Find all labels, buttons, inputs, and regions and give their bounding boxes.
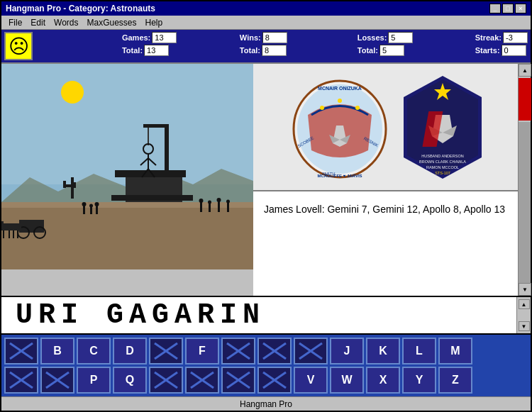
key-l[interactable]: L <box>402 338 436 364</box>
total1-label: Total: <box>122 46 143 55</box>
info-text-content: James Lovell: Gemini 7, Gemini 12, Apoll… <box>264 204 505 215</box>
games-label: Games: <box>122 33 150 42</box>
svg-rect-31 <box>83 206 85 214</box>
svg-rect-21 <box>1 223 21 230</box>
main-window: Hangman Pro - Category: Astronauts _ □ ×… <box>0 0 532 412</box>
word-scroll-down[interactable]: ▼ <box>519 321 530 331</box>
svg-rect-29 <box>63 181 66 188</box>
stats-col3: Losses: 5 Total: 5 <box>358 32 474 56</box>
svg-rect-37 <box>200 202 202 212</box>
menu-edit[interactable]: Edit <box>26 18 50 28</box>
total1-stat: Total: 13 <box>122 45 238 56</box>
stats-col1: Games: 13 Total: 13 <box>122 32 238 56</box>
wins-value: 8 <box>262 32 287 43</box>
key-i[interactable] <box>294 338 328 364</box>
starts-label: Starts: <box>475 46 500 55</box>
key-a[interactable] <box>4 338 38 364</box>
key-e[interactable] <box>149 338 183 364</box>
total2-label: Total: <box>240 46 260 55</box>
minimize-button[interactable]: _ <box>489 4 501 13</box>
key-d[interactable]: D <box>113 338 147 364</box>
svg-point-32 <box>82 202 87 206</box>
key-u[interactable] <box>257 367 292 394</box>
keyboard-row-1: BCD F JKLM <box>4 338 528 364</box>
svg-point-44 <box>226 200 230 204</box>
keyboard-row-2: PQ VWXYZ <box>4 367 528 394</box>
status-text: Hangman Pro <box>240 399 292 409</box>
menu-maxguesses[interactable]: MaxGuesses <box>82 18 140 28</box>
key-g[interactable] <box>221 338 255 364</box>
stats-bar: Games: 13 Total: 13 Wins: 8 Total: 8 Los… <box>1 30 531 62</box>
astronaut-info: James Lovell: Gemini 7, Gemini 12, Apoll… <box>253 191 518 296</box>
scroll-up-button[interactable]: ▲ <box>519 64 531 77</box>
key-w[interactable]: W <box>330 367 364 394</box>
losses-label: Losses: <box>358 33 387 42</box>
streak-stat: Streak: -3 <box>475 32 528 43</box>
total2-stat: Total: 8 <box>240 45 356 56</box>
window-title: Hangman Pro - Category: Astronauts <box>6 4 155 13</box>
key-f[interactable]: F <box>185 338 219 364</box>
patch-sts107: HUSBAND ANDERSON BROWN CLARK CHAWLA RAMO… <box>400 72 485 182</box>
key-n[interactable] <box>4 367 38 394</box>
svg-text:RAMON  MCCOOL: RAMON MCCOOL <box>426 165 458 169</box>
streak-value: -3 <box>503 32 528 43</box>
key-y[interactable]: Y <box>402 367 436 394</box>
key-v[interactable]: V <box>294 367 328 394</box>
svg-rect-41 <box>218 201 220 212</box>
status-bar: Hangman Pro <box>1 396 531 411</box>
key-h[interactable] <box>257 338 292 364</box>
right-scrollbar[interactable]: ▲ ▼ <box>518 64 531 296</box>
key-j[interactable]: J <box>330 338 364 364</box>
key-z[interactable]: Z <box>438 367 472 394</box>
total3-label: Total: <box>358 46 378 55</box>
svg-rect-2 <box>1 202 253 269</box>
starts-value: 0 <box>501 45 526 56</box>
maximize-button[interactable]: □ <box>502 4 514 13</box>
scroll-down-button[interactable]: ▼ <box>519 283 531 296</box>
key-s[interactable] <box>185 367 219 394</box>
svg-rect-33 <box>90 207 92 214</box>
menu-file[interactable]: File <box>4 18 26 28</box>
word-scroll-up[interactable]: ▲ <box>519 299 530 309</box>
keyboard-area: BCD F JKLM P <box>1 335 531 396</box>
svg-text:SMITH: SMITH <box>322 172 336 176</box>
menu-words[interactable]: Words <box>50 18 82 28</box>
key-o[interactable] <box>40 367 74 394</box>
svg-text:STS-107: STS-107 <box>435 171 450 175</box>
word-scrollbar[interactable]: ▲ ▼ <box>516 297 531 333</box>
svg-rect-9 <box>143 124 169 128</box>
key-q[interactable]: Q <box>113 367 147 394</box>
word-display: URI GAGARIN <box>1 297 516 333</box>
svg-rect-30 <box>73 182 76 188</box>
key-m[interactable]: M <box>438 338 472 364</box>
key-t[interactable] <box>221 367 255 394</box>
games-value: 13 <box>152 32 177 43</box>
close-button[interactable]: × <box>515 4 526 13</box>
wins-label: Wins: <box>240 33 261 42</box>
svg-point-38 <box>199 199 204 203</box>
key-b[interactable]: B <box>40 338 74 364</box>
svg-text:BROWN  CLARK  CHAWLA: BROWN CLARK CHAWLA <box>419 160 466 164</box>
key-x[interactable]: X <box>366 367 400 394</box>
total3-value: 5 <box>379 45 404 56</box>
svg-point-36 <box>95 202 99 206</box>
svg-rect-17 <box>111 195 193 201</box>
scroll-indicator <box>519 78 531 121</box>
svg-point-49 <box>355 106 360 110</box>
right-inner: MCNAIR ONIZUKA MCAULIFFE ♥ JARVIS SCOBEE… <box>253 64 518 296</box>
key-c[interactable]: C <box>77 338 111 364</box>
image-area: MCNAIR ONIZUKA MCAULIFFE ♥ JARVIS SCOBEE… <box>253 64 518 191</box>
losses-value: 5 <box>388 32 413 43</box>
svg-text:MCNAIR  ONIZUKA: MCNAIR ONIZUKA <box>318 86 362 91</box>
title-buttons: _ □ × <box>489 4 526 13</box>
svg-point-47 <box>320 106 324 110</box>
key-r[interactable] <box>149 367 183 394</box>
key-p[interactable]: P <box>77 367 111 394</box>
key-k[interactable]: K <box>366 338 400 364</box>
title-bar: Hangman Pro - Category: Astronauts _ □ × <box>1 1 531 16</box>
menu-help[interactable]: Help <box>141 18 167 28</box>
stats-col4: Streak: -3 Starts: 0 <box>475 32 528 56</box>
menu-bar: File Edit Words MaxGuesses Help <box>1 16 531 30</box>
svg-point-34 <box>89 204 93 208</box>
patch-sts51l: MCNAIR ONIZUKA MCAULIFFE ♥ JARVIS SCOBEE… <box>287 72 393 182</box>
